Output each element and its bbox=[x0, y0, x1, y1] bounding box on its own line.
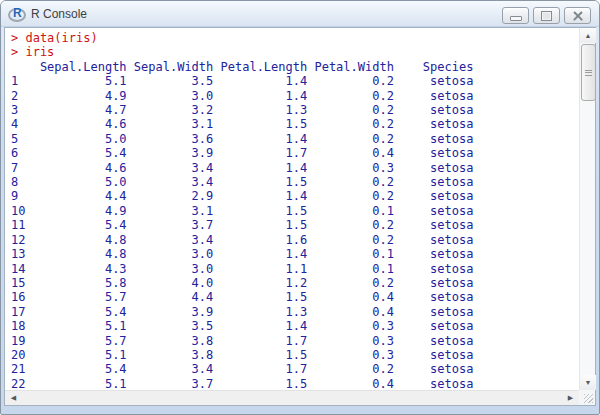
restore-button[interactable] bbox=[533, 7, 560, 24]
close-button[interactable] bbox=[564, 7, 591, 24]
r-console-window: R R Console > data(iris) > iris Sepal.Le… bbox=[0, 0, 600, 415]
minimize-button[interactable] bbox=[502, 7, 529, 24]
vertical-scrollbar-thumb[interactable] bbox=[581, 44, 596, 101]
window-controls bbox=[498, 7, 591, 24]
restore-icon bbox=[541, 11, 552, 21]
scroll-down-arrow-icon[interactable]: ▼ bbox=[580, 375, 596, 390]
horizontal-scrollbar[interactable]: ◀ ▶ bbox=[5, 390, 579, 405]
console-output[interactable]: > data(iris) > iris Sepal.Length Sepal.W… bbox=[5, 28, 579, 390]
minimize-icon bbox=[510, 16, 522, 21]
scrollbar-grip-icon bbox=[585, 70, 592, 76]
console-client-area: > data(iris) > iris Sepal.Length Sepal.W… bbox=[4, 27, 596, 406]
scroll-up-arrow-icon[interactable]: ▲ bbox=[580, 28, 596, 43]
r-logo-letter: R bbox=[13, 6, 22, 21]
resize-grip-icon bbox=[584, 394, 593, 403]
resize-corner[interactable] bbox=[579, 390, 595, 405]
r-logo-icon: R bbox=[8, 6, 26, 21]
close-icon bbox=[572, 10, 584, 21]
vertical-scrollbar[interactable]: ▲ ▼ bbox=[579, 28, 595, 390]
window-title: R Console bbox=[31, 7, 87, 21]
scroll-right-arrow-icon[interactable]: ▶ bbox=[563, 391, 578, 405]
scroll-left-arrow-icon[interactable]: ◀ bbox=[6, 391, 21, 405]
titlebar[interactable]: R R Console bbox=[1, 1, 599, 27]
